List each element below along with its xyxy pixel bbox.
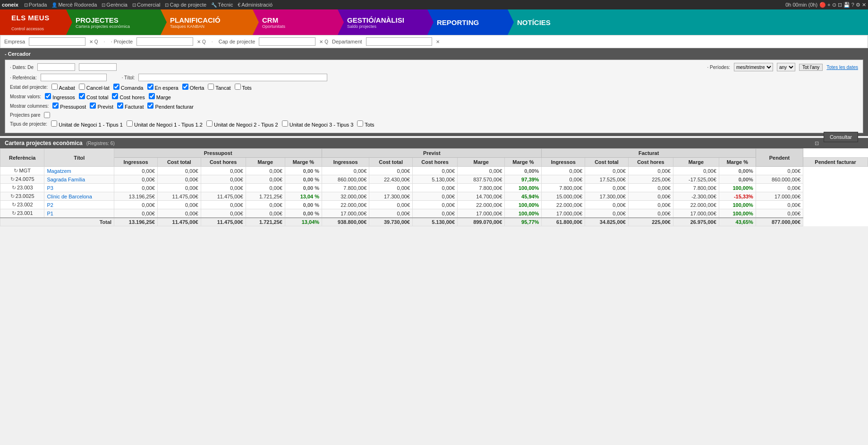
estat-tancat-cb[interactable] — [208, 84, 214, 90]
menu-planificacio[interactable]: PLANIFICACIÓ Tasques KANBAN — [161, 9, 253, 35]
nav-cap-projecte[interactable]: ⊡ Cap de projecte — [163, 2, 208, 8]
tipus-un1t1[interactable]: Unitat de Negoci 1 - Tipus 1 — [51, 120, 123, 128]
tipus-un1t12[interactable]: Unitat de Negoci 1 - Tipus 1.2 — [127, 120, 203, 128]
refresh-icon[interactable]: ↻ — [12, 210, 16, 216]
departament-input[interactable] — [366, 37, 432, 46]
valor-cost-total-cb[interactable] — [79, 93, 85, 99]
estat-cancelat-cb[interactable] — [79, 84, 85, 90]
cell-fact-mp: 0,00% — [719, 175, 756, 184]
consultar-button[interactable]: Consultar — [824, 132, 858, 142]
brand-logo[interactable]: coneix — [2, 2, 18, 8]
menu-reporting[interactable]: REPORTING — [427, 9, 508, 35]
titol-input[interactable] — [138, 74, 327, 81]
tipus-un2t2-cb[interactable] — [206, 120, 213, 127]
tot-fany-button[interactable]: Tot l'any — [799, 64, 823, 71]
cap-projecte-input[interactable] — [259, 37, 315, 46]
estat-acabat-cb[interactable] — [51, 84, 58, 90]
dates-from-input[interactable] — [37, 63, 75, 71]
tipus-un3t3-cb[interactable] — [282, 120, 288, 127]
col-pendent-cb[interactable] — [147, 103, 153, 109]
periodes-mes-select[interactable]: mes/trimestre — [734, 63, 773, 71]
tipus-un1t12-cb[interactable] — [127, 120, 133, 127]
nav-gerencia[interactable]: ⊡ Gerència — [100, 2, 129, 8]
menu-els-meus[interactable]: ELS MEUS Control accessos — [0, 9, 66, 35]
cell-pres-ing: 0,00€ — [114, 167, 158, 175]
col-pendent[interactable]: Pendent facturar — [147, 103, 193, 110]
periodes-any-select[interactable]: any — [777, 63, 795, 71]
cell-fact-ct: 17.300,00€ — [585, 192, 629, 201]
estat-tots[interactable]: Tots — [235, 84, 252, 91]
project-link[interactable]: Clínic de Barcelona — [47, 194, 92, 199]
col-previst-cb[interactable] — [90, 103, 96, 109]
col-facturat-cb[interactable] — [117, 103, 123, 109]
menu-projectes[interactable]: PROJECTES Cartera projectes econòmica — [66, 9, 161, 35]
tipus-tots-cb[interactable] — [357, 120, 363, 127]
valor-ingressos[interactable]: Ingressos — [45, 93, 75, 100]
col-pressupost[interactable]: Pressupost — [52, 103, 86, 110]
tipus-tots[interactable]: Tots — [357, 120, 374, 128]
referencia-input[interactable] — [41, 74, 107, 81]
cell-pres-ing: 0,00€ — [114, 175, 158, 184]
periodes-label: · Períodes: — [707, 65, 730, 70]
nav-tecnic[interactable]: 🔧 Tècnic — [209, 2, 235, 8]
totes-dates-link[interactable]: Totes les dates — [826, 65, 858, 70]
valor-cost-total[interactable]: Cost total — [79, 93, 109, 100]
valor-ingressos-cb[interactable] — [45, 93, 51, 99]
project-link[interactable]: Sagrada Família — [47, 177, 85, 182]
menu-noticies[interactable]: NOTÍCIES — [508, 9, 868, 35]
project-link[interactable]: Magatzem — [47, 168, 71, 174]
refresh-icon[interactable]: ↻ — [10, 176, 15, 182]
estat-comanda[interactable]: Comanda — [113, 84, 144, 91]
nav-portada[interactable]: ⊡ Portada — [22, 2, 49, 8]
project-link[interactable]: P3 — [47, 185, 53, 191]
table-export-icon[interactable]: ⊡ — [815, 140, 819, 146]
nav-comercial[interactable]: ⊡ Comercial — [130, 2, 162, 8]
empresa-input[interactable] — [29, 37, 85, 46]
tipus-un1t1-cb[interactable] — [51, 120, 57, 127]
total-prev-ing: 938.800,00€ — [322, 218, 369, 226]
cell-prev-ct: 0,00€ — [369, 209, 413, 218]
search-panel-toggle[interactable]: - Cercador — [5, 51, 863, 57]
estat-en-espera-cb[interactable] — [147, 84, 153, 90]
projecte-clear[interactable]: ✕ Q — [197, 39, 206, 44]
menu-gestio[interactable]: GESTIÓ/ANÀLISI Saldo projectes — [338, 9, 427, 35]
estat-en-espera[interactable]: En espera — [147, 84, 179, 91]
projectes-pare-cb[interactable] — [44, 112, 50, 118]
cap-projecte-clear[interactable]: ✕ Q — [319, 39, 328, 44]
col-previst[interactable]: Previst — [90, 103, 113, 110]
nav-administracio[interactable]: € Administració — [236, 2, 275, 8]
estat-acabat[interactable]: Acabat — [51, 84, 75, 91]
valor-cost-hores[interactable]: Cost hores — [112, 93, 145, 100]
estat-tancat[interactable]: Tancat — [208, 84, 230, 91]
departament-clear[interactable]: ✕ — [436, 39, 440, 44]
projecte-input[interactable] — [136, 37, 193, 46]
estat-cancelat[interactable]: Cancel·lat — [79, 84, 110, 91]
project-link[interactable]: P1 — [47, 211, 53, 216]
main-menu: ELS MEUS Control accessos PROJECTES Cart… — [0, 9, 868, 35]
cell-pres-ch: 0,00€ — [201, 184, 246, 192]
col-facturat[interactable]: Facturat — [117, 103, 144, 110]
empresa-clear[interactable]: ✕ Q — [89, 39, 98, 44]
dates-to-input[interactable] — [79, 63, 117, 71]
estat-oferta-cb[interactable] — [182, 84, 188, 90]
tipus-un3t3[interactable]: Unitat de Negoci 3 - Tipus 3 — [282, 120, 354, 128]
estat-comanda-cb[interactable] — [113, 84, 119, 90]
valor-marge[interactable]: Marge — [149, 93, 171, 100]
valor-cost-hores-cb[interactable] — [112, 93, 118, 99]
refresh-icon[interactable]: ↻ — [12, 185, 16, 190]
valor-marge-cb[interactable] — [149, 93, 155, 99]
refresh-icon[interactable]: ↻ — [12, 202, 16, 207]
menu-crm[interactable]: CRM Oportunitats — [253, 9, 338, 35]
project-link[interactable]: P2 — [47, 202, 53, 208]
refresh-icon[interactable]: ↻ — [14, 168, 18, 173]
projectes-pare-label: Projectes pare — [10, 112, 40, 118]
estat-tots-cb[interactable] — [235, 84, 241, 90]
tipus-un2t2[interactable]: Unitat de Negoci 2 - Tipus 2 — [206, 120, 278, 128]
col-pressupost-cb[interactable] — [52, 103, 59, 109]
cell-prev-m: 17.000,00€ — [458, 209, 505, 218]
estat-oferta[interactable]: Oferta — [182, 84, 204, 91]
nav-user[interactable]: 👤 Mercè Rodoreda — [50, 2, 99, 8]
search-panel: - Cercador · Dates: De · Períodes: mes/t… — [0, 48, 868, 136]
cell-prev-mp: 100,00% — [505, 184, 542, 192]
refresh-icon[interactable]: ↻ — [10, 193, 15, 199]
